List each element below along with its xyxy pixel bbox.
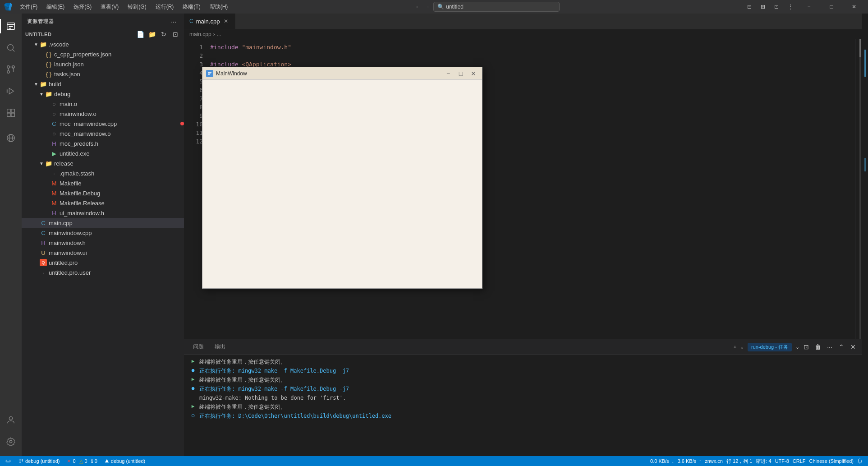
tree-item-debug[interactable]: ▼ 📁 debug (22, 89, 184, 99)
term-line-1: ▶ 终端将被任务重用，按任意键关闭。 (189, 358, 856, 366)
svg-rect-15 (11, 113, 14, 116)
tree-item-untitled-pro[interactable]: Q untitled.pro (22, 258, 184, 268)
collapse-all-btn[interactable]: ⊡ (170, 29, 180, 39)
close-button[interactable]: ✕ (844, 0, 864, 14)
activity-item-source-control[interactable] (0, 59, 22, 80)
panel-tab-output[interactable]: 输出 (209, 339, 231, 355)
activity-item-remote[interactable] (0, 127, 22, 149)
tree-item-untitled-pro-user[interactable]: · untitled.pro.user (22, 268, 184, 277)
tree-item-build[interactable]: ▼ 📁 build (22, 79, 184, 89)
tree-item-moc-predefs[interactable]: H moc_predefs.h (22, 138, 184, 148)
tree-item-makefile-debug[interactable]: M Makefile.Debug (22, 188, 184, 198)
tree-item-mainwindow-cpp[interactable]: C mainwindow.cpp (22, 228, 184, 238)
float-close-btn[interactable]: ✕ (468, 69, 478, 78)
menu-file[interactable]: 文件(F) (16, 2, 41, 12)
tree-item-mainwindow-o[interactable]: ○ mainwindow.o (22, 109, 184, 119)
panel-tab-problems[interactable]: 问题 (188, 339, 209, 355)
tree-item-main-o[interactable]: ○ main.o (22, 99, 184, 109)
menu-view[interactable]: 查看(V) (97, 2, 122, 12)
tree-item-launch[interactable]: { } launch.json (22, 59, 184, 69)
refresh-btn[interactable]: ↻ (159, 29, 169, 39)
menu-edit[interactable]: 编辑(E) (43, 2, 68, 12)
activity-item-settings[interactable] (0, 431, 22, 452)
icon-moc-cpp: C (51, 120, 58, 127)
minimize-button[interactable]: − (799, 0, 819, 14)
maximize-button[interactable]: □ (821, 0, 842, 14)
activity-item-explorer[interactable] (0, 15, 22, 37)
statusbar-network-up[interactable]: 3.6 KB/s ↑ (676, 456, 703, 466)
term-text-2: 正在执行任务: mingw32-make -f Makefile.Debug -… (199, 367, 856, 375)
titlebar-center: ← → 🔍 untitled (231, 2, 744, 12)
term-text-1: 终端将被任务重用，按任意键关闭。 (199, 358, 856, 366)
statusbar-remote[interactable] (4, 456, 14, 466)
layout2-icon[interactable]: ⊞ (757, 4, 769, 10)
panel-task-dropdown[interactable]: ⌄ (795, 344, 799, 350)
keyword-include-1: #include (210, 43, 239, 51)
panel-dropdown-icon[interactable]: ⌄ (740, 344, 744, 350)
terminal-content[interactable]: ▶ 终端将被任务重用，按任意键关闭。 ● 正在执行任务: mingw32-mak… (184, 355, 862, 456)
panel-maximize-btn[interactable]: ⌃ (836, 342, 846, 352)
statusbar-network-down[interactable]: 0.0 KB/s ↓ (648, 456, 676, 466)
layout-icon[interactable]: ⊟ (744, 4, 755, 10)
menu-select[interactable]: 选择(S) (70, 2, 95, 12)
tree-item-moc-mainwindow-cpp[interactable]: C moc_mainwindow.cpp (22, 119, 184, 129)
statusbar-errors[interactable]: ✕ 0 △ 0 ℹ 0 (65, 456, 99, 466)
panel-close-btn[interactable]: ✕ (848, 342, 858, 352)
panel-more-btn[interactable]: ··· (825, 342, 835, 352)
statusbar-remote2[interactable]: debug (untitled) (103, 456, 147, 466)
panel-trash-btn[interactable]: 🗑 (813, 342, 823, 352)
tree-item-c-cpp-props[interactable]: { } c_cpp_properties.json (22, 49, 184, 59)
tab-close-main-cpp[interactable]: ✕ (222, 18, 230, 25)
float-maximize-btn[interactable]: □ (456, 69, 466, 78)
activity-item-account[interactable] (0, 409, 22, 431)
panel-split-btn[interactable]: ⊡ (801, 342, 811, 352)
activity-item-extensions[interactable] (0, 102, 22, 124)
run-debug-label[interactable]: run-debug - 任务 (748, 343, 792, 351)
statusbar-notifications[interactable] (855, 456, 864, 466)
statusbar-branch[interactable]: debug (untitled) (17, 456, 61, 466)
new-file-btn[interactable]: 📄 (135, 29, 145, 39)
svg-point-4 (8, 45, 14, 51)
tab-main-cpp[interactable]: C main.cpp ✕ (184, 14, 235, 29)
statusbar: debug (untitled) ✕ 0 △ 0 ℹ 0 debug (unti… (0, 456, 868, 466)
statusbar-spaces[interactable]: 缩进: 4 (754, 456, 773, 466)
tree-item-mainwindow-h[interactable]: H mainwindow.h (22, 238, 184, 248)
statusbar-line-ending[interactable]: CRLF (791, 456, 808, 466)
menu-help[interactable]: 帮助(H) (206, 2, 232, 12)
tree-item-qmake-stash[interactable]: · .qmake.stash (22, 168, 184, 178)
tree-item-moc-mainwindow-o[interactable]: ○ moc_mainwindow.o (22, 129, 184, 138)
editor-scrollbar[interactable] (855, 39, 862, 339)
statusbar-position[interactable]: 行 12，列 1 (725, 456, 754, 466)
layout3-icon[interactable]: ⊡ (771, 4, 782, 10)
float-minimize-btn[interactable]: − (443, 69, 453, 78)
nav-back[interactable]: ← (415, 4, 421, 10)
tree-item-main-cpp[interactable]: C main.cpp (22, 218, 184, 228)
search-bar[interactable]: 🔍 untitled (433, 2, 560, 12)
statusbar-website[interactable]: znwx.cn (703, 456, 725, 466)
menu-terminal[interactable]: 终端(T) (179, 2, 204, 12)
panel-add-icon[interactable]: + (734, 344, 736, 350)
tree-item-makefile[interactable]: M Makefile (22, 178, 184, 188)
tree-item-release[interactable]: ▼ 📁 release (22, 158, 184, 168)
layout4-icon[interactable]: ⋮ (784, 4, 797, 10)
tree-item-makefile-release[interactable]: M Makefile.Release (22, 198, 184, 208)
statusbar-language[interactable]: Chinese (Simplified) (808, 456, 855, 466)
svg-rect-3 (9, 28, 11, 29)
info-count: 0 (95, 458, 97, 464)
breadcrumb-file[interactable]: main.cpp (189, 31, 211, 37)
breadcrumb-symbol[interactable]: ... (217, 31, 221, 37)
sidebar-action-menu[interactable]: ··· (169, 17, 179, 27)
tree-item-mainwindow-ui[interactable]: U mainwindow.ui (22, 248, 184, 258)
warnings-count: 0 (85, 458, 87, 464)
menu-goto[interactable]: 转到(G) (124, 2, 150, 12)
svg-point-20 (9, 440, 12, 443)
activity-item-run-debug[interactable] (0, 80, 22, 102)
statusbar-encoding[interactable]: UTF-8 (773, 456, 791, 466)
new-folder-btn[interactable]: 📁 (147, 29, 157, 39)
menu-run[interactable]: 运行(R) (152, 2, 178, 12)
tree-item-tasks[interactable]: { } tasks.json (22, 69, 184, 79)
tree-item-ui-mainwindow-h[interactable]: H ui_mainwindow.h (22, 208, 184, 218)
tree-item-vscode[interactable]: ▼ 📁 .vscode (22, 39, 184, 49)
tree-item-untitled-exe[interactable]: ▶ untitled.exe (22, 148, 184, 158)
activity-item-search[interactable] (0, 37, 22, 59)
